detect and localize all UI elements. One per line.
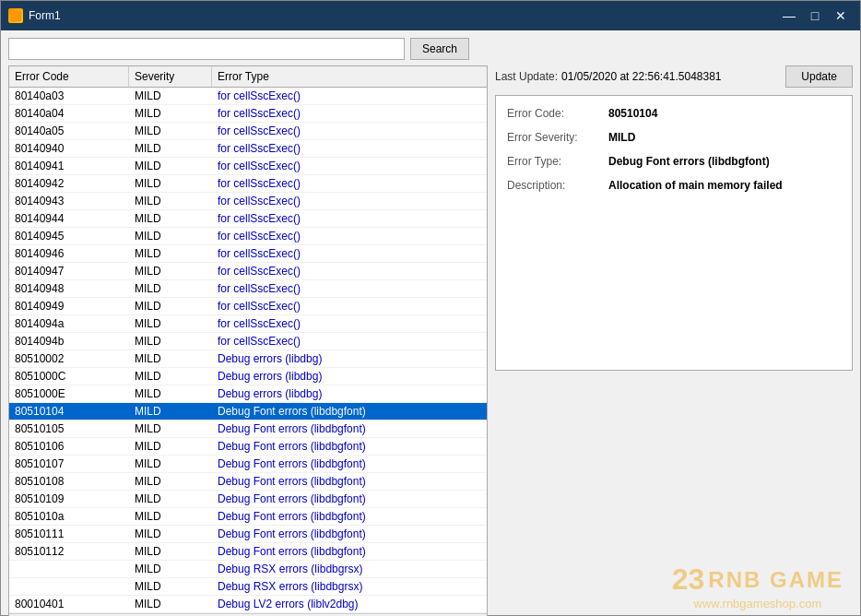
cell-severity: MILD	[129, 438, 212, 455]
table-row[interactable]: 80140945MILDfor cellSscExec()	[9, 228, 487, 245]
cell-code: 80140a04	[9, 105, 129, 122]
cell-severity: MILD	[129, 578, 212, 595]
watermark: 23 RNB GAME www.rnbgameshop.com	[672, 563, 843, 610]
table-row[interactable]: 80510104MILDDebug Font errors (libdbgfon…	[9, 403, 487, 421]
cell-severity: MILD	[129, 421, 212, 437]
col-header-severity: Severity	[129, 66, 212, 87]
table-row[interactable]: 80140948MILDfor cellSscExec()	[9, 280, 487, 298]
cell-severity: MILD	[129, 298, 212, 314]
main-window: 🟧 Form1 — □ ✕ Search Error Code Severity…	[0, 0, 861, 616]
cell-code: 80140947	[9, 263, 129, 279]
table-row[interactable]: 80510109MILDDebug Font errors (libdbgfon…	[9, 491, 487, 508]
watermark-brand: RNB GAME	[708, 567, 843, 593]
cell-code: 80140944	[9, 210, 129, 227]
cell-type: Debug Font errors (libdbgfont)	[212, 438, 487, 455]
detail-row-code: Error Code: 80510104	[507, 107, 841, 120]
detail-row-description: Description: Allocation of main memory f…	[507, 179, 841, 192]
search-input[interactable]	[8, 38, 405, 60]
minimize-button[interactable]: —	[777, 6, 801, 25]
detail-panel: Error Code: 80510104 Error Severity: MIL…	[495, 95, 853, 371]
cell-code	[9, 578, 129, 595]
top-bar: Search	[8, 38, 853, 60]
cell-code: 80510107	[9, 456, 129, 472]
cell-type: Debug errors (libdbg)	[212, 350, 487, 367]
cell-type: Debug LV2 errors (liblv2dbg)	[212, 596, 487, 612]
app-icon: 🟧	[8, 8, 23, 23]
table-row[interactable]: 80510105MILDDebug Font errors (libdbgfon…	[9, 421, 487, 438]
last-update-label: Last Update:	[495, 70, 558, 83]
table-row[interactable]: MILDDebug RSX errors (libdbgrsx)	[9, 578, 487, 596]
cell-severity: MILD	[129, 596, 212, 612]
table-row[interactable]: 80140940MILDfor cellSscExec()	[9, 140, 487, 158]
cell-code: 80010401	[9, 596, 129, 612]
cell-type: for cellSscExec()	[212, 228, 487, 244]
cell-type: for cellSscExec()	[212, 245, 487, 262]
cell-type: Debug RSX errors (libdbgrsx)	[212, 561, 487, 577]
table-row[interactable]: 8014094bMILDfor cellSscExec()	[9, 333, 487, 350]
cell-code: 80510104	[9, 403, 129, 420]
cell-type: for cellSscExec()	[212, 175, 487, 192]
cell-type: for cellSscExec()	[212, 280, 487, 297]
table-row[interactable]: 8051000EMILDDebug errors (libdbg)	[9, 385, 487, 403]
detail-row-severity: Error Severity: MILD	[507, 131, 841, 144]
cell-code	[9, 561, 129, 577]
error-type-label: Error Type:	[507, 155, 608, 168]
table-row[interactable]: 80140942MILDfor cellSscExec()	[9, 175, 487, 193]
cell-code: 80510112	[9, 543, 129, 560]
cell-code: 80140941	[9, 158, 129, 174]
table-row[interactable]: 80140a03MILDfor cellSscExec()	[9, 88, 487, 105]
cell-severity: MILD	[129, 175, 212, 192]
cell-severity: MILD	[129, 508, 212, 525]
main-content: Error Code Severity Error Type 80140a03M…	[8, 65, 853, 616]
content-area: Search Error Code Severity Error Type 80…	[1, 30, 860, 616]
table-body[interactable]: 80140a03MILDfor cellSscExec()80140a04MIL…	[9, 88, 487, 613]
table-row[interactable]: 80510112MILDDebug Font errors (libdbgfon…	[9, 543, 487, 561]
table-row[interactable]: 80140949MILDfor cellSscExec()	[9, 298, 487, 315]
table-row[interactable]: 80510111MILDDebug Font errors (libdbgfon…	[9, 526, 487, 543]
table-row[interactable]: 80510108MILDDebug Font errors (libdbgfon…	[9, 473, 487, 491]
table-row[interactable]: MILDDebug RSX errors (libdbgrsx)	[9, 561, 487, 578]
update-button[interactable]: Update	[785, 65, 853, 88]
cell-severity: MILD	[129, 158, 212, 174]
cell-severity: MILD	[129, 473, 212, 490]
table-row[interactable]: 80140a05MILDfor cellSscExec()	[9, 123, 487, 140]
cell-code: 80140945	[9, 228, 129, 244]
cell-type: for cellSscExec()	[212, 105, 487, 122]
table-row[interactable]: 8014094aMILDfor cellSscExec()	[9, 315, 487, 333]
table-row[interactable]: 80140944MILDfor cellSscExec()	[9, 210, 487, 228]
cell-code: 8051000E	[9, 385, 129, 402]
cell-code: 80140a05	[9, 123, 129, 139]
table-row[interactable]: 8051010aMILDDebug Font errors (libdbgfon…	[9, 508, 487, 526]
severity-label: Error Severity:	[507, 131, 608, 144]
cell-severity: MILD	[129, 263, 212, 279]
table-row[interactable]: 80140947MILDfor cellSscExec()	[9, 263, 487, 280]
error-code-value: 80510104	[608, 107, 657, 120]
cell-type: Debug Font errors (libdbgfont)	[212, 508, 487, 525]
table-row[interactable]: 8051000CMILDDebug errors (libdbg)	[9, 368, 487, 385]
cell-severity: MILD	[129, 561, 212, 577]
table-row[interactable]: 80510002MILDDebug errors (libdbg)	[9, 350, 487, 368]
table-row[interactable]: 80140943MILDfor cellSscExec()	[9, 193, 487, 210]
table-row[interactable]: 80140a04MILDfor cellSscExec()	[9, 105, 487, 123]
info-bar-left: Last Update: 01/05/2020 at 22:56:41.5048…	[495, 70, 722, 83]
cell-type: for cellSscExec()	[212, 333, 487, 349]
cell-code: 80140948	[9, 280, 129, 297]
cell-severity: MILD	[129, 350, 212, 367]
watermark-area: 23 RNB GAME www.rnbgameshop.com	[495, 378, 853, 617]
cell-severity: MILD	[129, 315, 212, 332]
close-button[interactable]: ✕	[829, 6, 853, 25]
cell-severity: MILD	[129, 228, 212, 244]
cell-code: 80140a03	[9, 88, 129, 104]
cell-severity: MILD	[129, 88, 212, 104]
table-row[interactable]: 80140941MILDfor cellSscExec()	[9, 158, 487, 175]
cell-severity: MILD	[129, 193, 212, 209]
cell-severity: MILD	[129, 368, 212, 385]
maximize-button[interactable]: □	[803, 6, 827, 25]
search-button[interactable]: Search	[410, 38, 469, 60]
table-row[interactable]: 80140946MILDfor cellSscExec()	[9, 245, 487, 263]
cell-type: for cellSscExec()	[212, 193, 487, 209]
table-row[interactable]: 80010401MILDDebug LV2 errors (liblv2dbg)	[9, 596, 487, 613]
cell-severity: MILD	[129, 333, 212, 349]
table-row[interactable]: 80510106MILDDebug Font errors (libdbgfon…	[9, 438, 487, 456]
table-row[interactable]: 80510107MILDDebug Font errors (libdbgfon…	[9, 456, 487, 473]
